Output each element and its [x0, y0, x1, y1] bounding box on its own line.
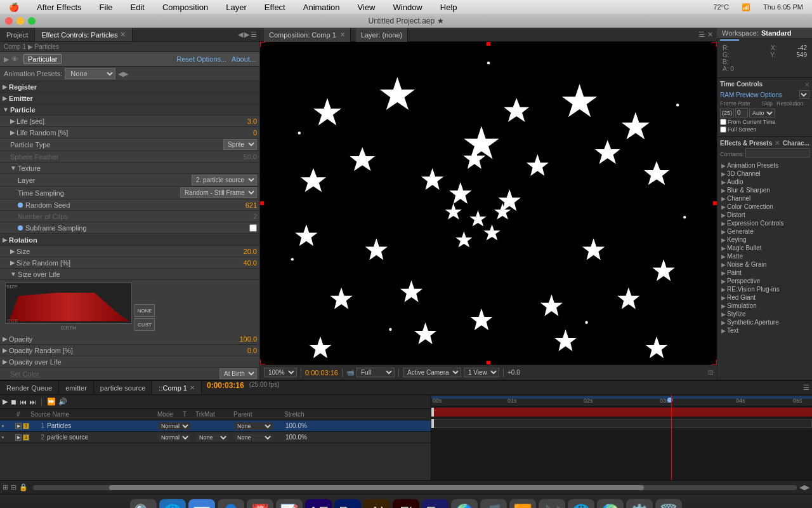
register-triangle[interactable]: ▶: [3, 83, 8, 90]
size-graph-container[interactable]: SIZE SIZE BI: [5, 283, 132, 331]
menu-aftereffects[interactable]: After Effects: [33, 1, 86, 13]
layer-dropdown[interactable]: 2. particle source: [192, 175, 257, 185]
section-register[interactable]: ▶ Register: [0, 81, 259, 93]
tab-render-queue[interactable]: Render Queue: [0, 381, 59, 394]
draft-icon[interactable]: 📹: [346, 369, 354, 376]
opacity-triangle[interactable]: ▶: [3, 335, 8, 342]
dock-ai[interactable]: Ai: [363, 499, 390, 509]
effects-item-color-correction[interactable]: ▶ Color Correction: [720, 203, 809, 211]
effects-search-input[interactable]: [745, 148, 809, 157]
plugin-eye[interactable]: 👁: [11, 55, 18, 63]
dock-globe[interactable]: 🌍: [597, 499, 624, 509]
dock-chrome[interactable]: 🌐: [568, 499, 594, 509]
prop-time-sampling[interactable]: Time Sampling Random - Still Frame: [0, 187, 259, 199]
dock-contacts[interactable]: 👤: [218, 499, 244, 509]
layer2-expand[interactable]: ▶: [15, 434, 22, 441]
opacity-value[interactable]: 100.0: [239, 335, 257, 343]
effects-item-matte[interactable]: ▶ Matte: [720, 252, 809, 260]
effects-item-simulation[interactable]: ▶ Simulation: [720, 302, 809, 310]
effects-item-audio[interactable]: ▶ Audio: [720, 178, 809, 186]
ram-preview-label[interactable]: RAM Preview Options: [720, 91, 782, 98]
prop-life-random[interactable]: ▶ Life Random [%] 0: [0, 127, 259, 138]
layer1-solo[interactable]: ●: [1, 423, 4, 429]
opacity-over-life-triangle[interactable]: ▶: [3, 358, 8, 365]
layer1-3d[interactable]: 3: [23, 423, 29, 429]
timeline-time-display[interactable]: 0:00:03:16: [207, 381, 244, 394]
size-triangle[interactable]: ▶: [10, 248, 15, 255]
texture-triangle[interactable]: ▼: [10, 164, 16, 171]
reset-options-button[interactable]: Reset Options...: [176, 55, 226, 63]
playhead[interactable]: [671, 395, 672, 480]
effects-item-noise[interactable]: ▶ Noise & Grain: [720, 260, 809, 269]
prop-opacity[interactable]: ▶ Opacity 100.0: [0, 333, 259, 345]
work-area-bar[interactable]: [431, 396, 812, 399]
prop-opacity-random[interactable]: ▶ Opacity Random [%] 0.0: [0, 345, 259, 356]
effects-item-stylize[interactable]: ▶ Stylize: [720, 310, 809, 318]
layer1-mode-select[interactable]: Normal: [159, 422, 190, 430]
menu-layer[interactable]: Layer: [222, 1, 251, 13]
presets-nav-right[interactable]: ▶: [123, 70, 128, 78]
panel-scroll-down[interactable]: ▶: [244, 30, 249, 39]
rotation-triangle[interactable]: ▶: [3, 236, 8, 243]
layer-tab[interactable]: Layer: (none): [356, 28, 408, 42]
tab-project[interactable]: Project: [0, 28, 35, 41]
effects-item-red-giant[interactable]: ▶ Red Giant: [720, 293, 809, 302]
dock-quicktime[interactable]: ▶️: [509, 499, 536, 509]
minimize-button[interactable]: [16, 17, 24, 25]
layer2-parent-select[interactable]: None: [235, 434, 273, 441]
subframe-checkbox[interactable]: [249, 224, 257, 232]
effects-item-paint[interactable]: ▶ Paint: [720, 269, 809, 277]
dock-settings[interactable]: ⚙️: [626, 499, 653, 509]
dock-music[interactable]: 🎵: [480, 499, 507, 509]
graph-custom-button[interactable]: CUST: [134, 318, 155, 331]
effects-item-perspective[interactable]: ▶ Perspective: [720, 277, 809, 285]
tl-audio-icon[interactable]: 🔊: [58, 398, 67, 406]
prop-size[interactable]: ▶ Size 20.0: [0, 246, 259, 257]
graph-none-button[interactable]: NONE: [134, 304, 155, 317]
prop-opacity-over-life[interactable]: ▶ Opacity over Life: [0, 356, 259, 368]
tl-footer-icon-1[interactable]: ⊞: [3, 483, 8, 491]
effects-item-text[interactable]: ▶ Text: [720, 326, 809, 335]
from-current-check[interactable]: [720, 119, 726, 125]
tl-play-icon[interactable]: ▶: [3, 398, 8, 406]
effects-item-revision[interactable]: ▶ RE:Vision Plug-ins: [720, 285, 809, 293]
framerate-value[interactable]: (25): [720, 109, 734, 117]
dock-mail[interactable]: ✉️: [188, 499, 215, 509]
handle-top[interactable]: [487, 42, 490, 46]
comp-options-icon[interactable]: ☰: [698, 30, 705, 39]
comp-tab[interactable]: Composition: Comp 1 ✕: [264, 28, 351, 42]
dock-finder[interactable]: 🔍: [130, 499, 157, 509]
ram-preview-dropdown[interactable]: [799, 90, 809, 99]
comp-close-icon[interactable]: ✕: [707, 30, 713, 39]
emitter-triangle[interactable]: ▶: [3, 95, 8, 102]
timeline-track-area[interactable]: 00s 01s 02s 03s 04s 05s: [431, 395, 812, 480]
tl-beginning-icon[interactable]: ⏮: [20, 398, 27, 406]
handle-bottom[interactable]: [487, 361, 490, 364]
menu-window[interactable]: Window: [390, 1, 426, 13]
quality-select[interactable]: Full Half Quarter: [357, 368, 395, 377]
tab-particle-source[interactable]: particle source: [94, 381, 153, 394]
close-button[interactable]: [5, 17, 13, 25]
menu-composition[interactable]: Composition: [159, 1, 212, 13]
tl-nav-left[interactable]: ◀: [799, 483, 804, 491]
life-triangle[interactable]: ▶: [10, 117, 15, 124]
effects-item-animation-presets[interactable]: ▶ Animation Presets: [720, 161, 809, 170]
layer1-expand[interactable]: ▶: [15, 423, 22, 429]
skip-input[interactable]: [735, 108, 748, 117]
dock-ae[interactable]: AE: [305, 499, 332, 509]
tl-end-icon[interactable]: ⏭: [29, 398, 36, 406]
size-over-life-graph[interactable]: SIZE: [5, 283, 132, 324]
particle-type-dropdown[interactable]: Sprite: [223, 139, 257, 150]
effects-item-3d-channel[interactable]: ▶ 3D Channel: [720, 170, 809, 178]
prop-subframe[interactable]: Subframe Sampling: [0, 222, 259, 234]
presets-dropdown[interactable]: None: [65, 68, 115, 79]
tab-effect-controls[interactable]: Effect Controls: Particles ✕: [35, 28, 133, 41]
expand-icon[interactable]: ⊡: [708, 369, 713, 376]
dock-notes[interactable]: 📝: [276, 499, 303, 509]
layer2-mode-select[interactable]: Normal: [159, 434, 190, 441]
prop-random-seed[interactable]: Random Seed 621: [0, 199, 259, 211]
layer-row-particles[interactable]: ● ▶ 3 1 Particles Normal N: [0, 420, 431, 432]
layer1-parent-select[interactable]: None: [235, 422, 273, 430]
menu-view[interactable]: View: [354, 1, 379, 13]
tl-footer-icon-3[interactable]: 🔒: [19, 483, 28, 491]
